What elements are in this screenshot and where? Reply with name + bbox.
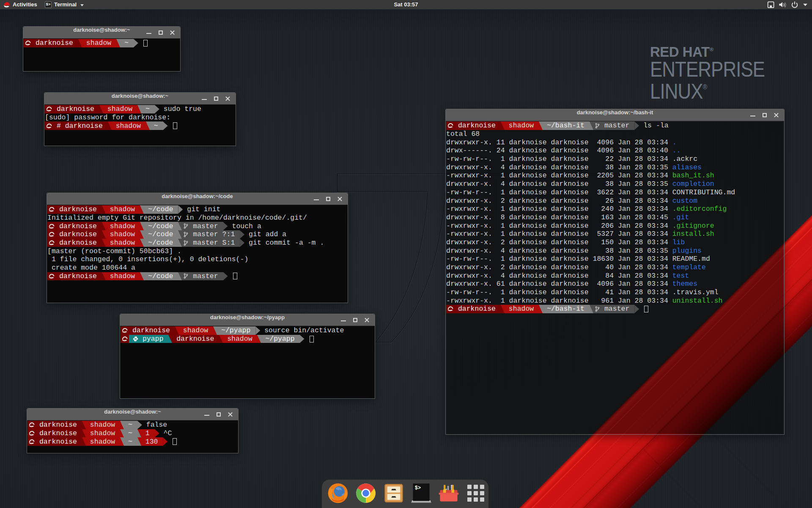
svg-text:$>: $> [415, 485, 421, 491]
